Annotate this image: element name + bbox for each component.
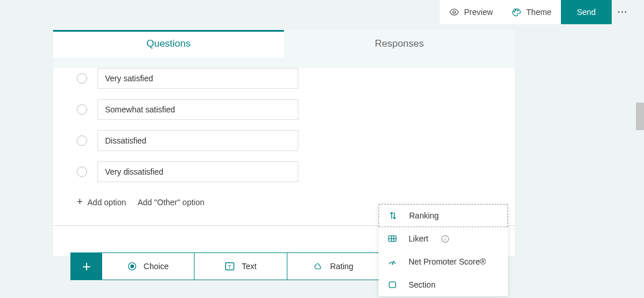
rating-icon [313,261,323,271]
more-button[interactable]: ··· [612,0,634,24]
menu-item-nps-label: Net Promoter Score® [409,257,486,266]
text-icon: T [224,261,235,271]
radio-icon[interactable] [77,104,87,115]
tab-responses-label: Responses [375,38,424,50]
type-rating-button[interactable]: Rating [287,253,379,280]
plus-icon: + [77,196,83,208]
svg-point-0 [453,11,456,14]
add-option-label: Add option [88,198,126,207]
menu-item-section[interactable]: Section [379,273,508,296]
type-choice-button[interactable]: Choice [102,253,194,280]
radio-icon[interactable] [77,135,87,146]
radio-icon[interactable] [77,167,87,177]
option-row: Somewhat satisfied [73,99,495,120]
choice-icon [128,262,137,271]
info-icon[interactable] [441,235,450,243]
radio-icon[interactable] [77,73,87,84]
option-row: Very dissatisfied [73,161,495,182]
likert-icon [388,234,398,243]
menu-item-likert-label: Likert [409,234,428,243]
svg-point-2 [515,9,516,10]
add-question-button[interactable]: + [71,253,102,280]
option-input[interactable]: Very dissatisfied [98,161,298,182]
option-input[interactable]: Dissatisfied [98,130,298,151]
tab-questions[interactable]: Questions [53,30,284,58]
svg-point-1 [514,11,515,12]
ranking-icon [388,211,399,220]
theme-label: Theme [526,7,552,17]
svg-text:T: T [228,264,231,270]
option-input[interactable]: Very satisfied [98,68,298,89]
scrollbar-thumb[interactable] [636,103,644,130]
theme-icon [511,7,522,17]
section-icon [388,280,398,289]
svg-point-5 [130,265,134,268]
type-choice-label: Choice [144,262,169,271]
svg-point-3 [517,10,518,11]
question-type-menu: Ranking Likert Net Promoter Score® Secti… [379,204,508,296]
tab-underline [53,30,284,32]
add-option-button[interactable]: + Add option [77,196,126,208]
ellipsis-icon: ··· [617,7,628,17]
menu-item-ranking[interactable]: Ranking [379,204,508,227]
add-other-button[interactable]: Add "Other" option [137,196,204,208]
type-rating-label: Rating [330,262,353,271]
theme-button[interactable]: Theme [502,0,561,24]
menu-item-nps[interactable]: Net Promoter Score® [379,250,508,273]
type-text-label: Text [242,262,257,271]
menu-item-likert[interactable]: Likert [379,227,508,250]
type-text-button[interactable]: T Text [194,253,286,280]
tab-questions-label: Questions [147,38,191,50]
menu-item-ranking-label: Ranking [409,211,439,220]
send-button[interactable]: Send [561,0,612,24]
preview-icon [449,7,459,17]
menu-item-section-label: Section [409,280,436,289]
svg-point-20 [392,263,393,265]
preview-label: Preview [464,7,493,17]
add-other-label: Add "Other" option [137,198,204,207]
plus-icon: + [82,258,91,276]
option-row: Very satisfied [73,68,495,89]
option-row: Dissatisfied [73,130,495,151]
option-input[interactable]: Somewhat satisfied [98,99,298,120]
svg-rect-21 [389,282,395,288]
nps-icon [388,257,398,266]
send-label: Send [577,7,596,17]
svg-point-18 [445,236,445,237]
tab-responses[interactable]: Responses [284,30,515,58]
preview-button[interactable]: Preview [440,0,502,24]
